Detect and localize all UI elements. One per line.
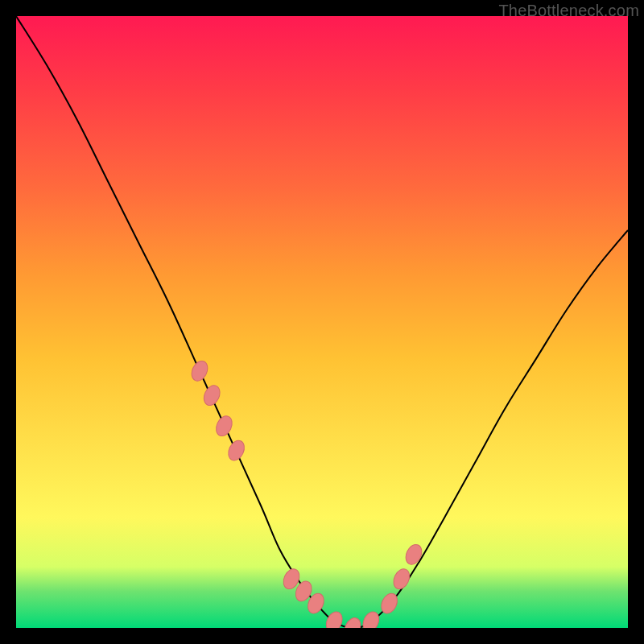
bottleneck-curve-svg xyxy=(16,16,628,628)
highlight-dot xyxy=(360,609,382,628)
highlight-dot xyxy=(188,358,210,383)
highlight-dot xyxy=(225,438,247,463)
highlight-dot xyxy=(201,383,223,408)
chart-frame: TheBottleneck.com xyxy=(0,0,644,644)
watermark-text: TheBottleneck.com xyxy=(498,2,639,20)
highlight-dots xyxy=(188,358,424,628)
highlight-dot xyxy=(213,414,235,439)
highlight-dot xyxy=(390,567,412,592)
plot-area xyxy=(16,16,628,628)
highlight-dot xyxy=(402,542,424,567)
bottleneck-curve xyxy=(16,16,628,628)
